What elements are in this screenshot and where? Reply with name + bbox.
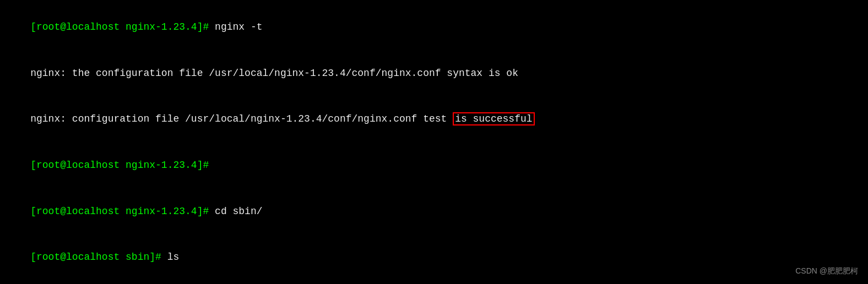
prompt-4: [root@localhost nginx-1.23.4]#	[30, 160, 215, 171]
terminal-line-5: [root@localhost nginx-1.23.4]# cd sbin/	[7, 189, 861, 235]
terminal-line-2: nginx: the configuration file /usr/local…	[7, 51, 861, 97]
terminal-line-4: [root@localhost nginx-1.23.4]#	[7, 143, 861, 189]
terminal-line-7: nginx nginx.old	[7, 281, 861, 284]
terminal-line-3: nginx: configuration file /usr/local/ngi…	[7, 96, 861, 143]
command-1: nginx -t	[215, 21, 262, 32]
output-2: nginx: the configuration file /usr/local…	[30, 68, 518, 79]
terminal-line-1: [root@localhost nginx-1.23.4]# nginx -t	[7, 4, 861, 51]
highlighted-text: is successful	[453, 112, 534, 125]
prompt-6: [root@localhost sbin]#	[30, 252, 167, 263]
prompt-5: [root@localhost nginx-1.23.4]#	[30, 206, 215, 217]
output-3-before: nginx: configuration file /usr/local/ngi…	[30, 113, 453, 124]
terminal-line-6: [root@localhost sbin]# ls	[7, 234, 861, 281]
terminal-window: [root@localhost nginx-1.23.4]# nginx -t …	[0, 0, 868, 284]
watermark: CSDN @肥肥肥柯	[795, 265, 858, 277]
command-5: cd sbin/	[215, 206, 262, 217]
prompt-1: [root@localhost nginx-1.23.4]#	[30, 21, 215, 32]
command-6: ls	[167, 252, 180, 263]
